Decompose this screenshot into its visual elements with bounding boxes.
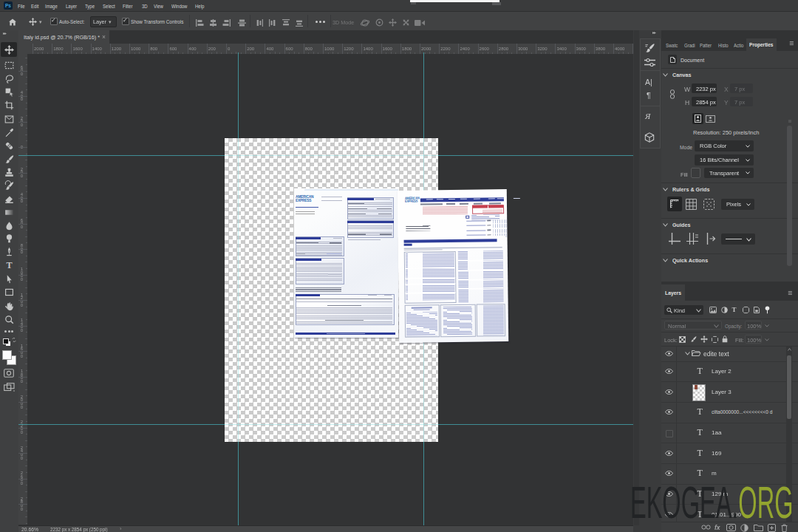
svg-text:T: T bbox=[6, 260, 12, 270]
